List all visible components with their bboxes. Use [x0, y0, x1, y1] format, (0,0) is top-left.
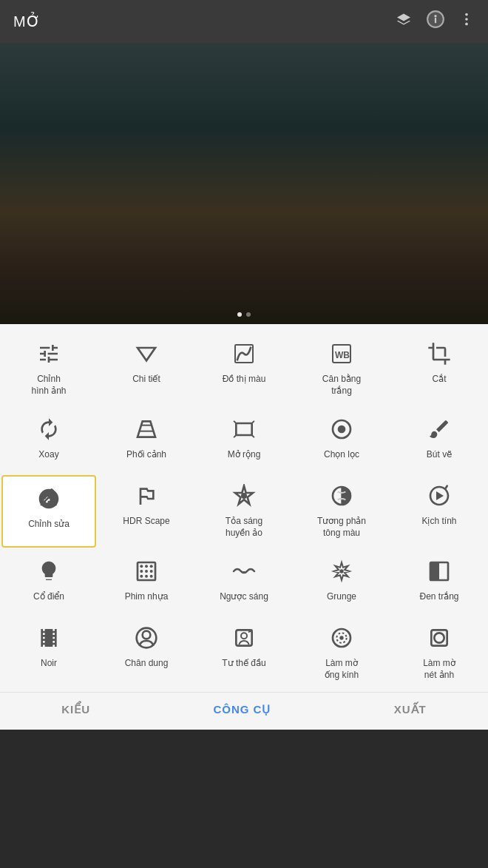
tool-label-noir: Noir: [41, 658, 57, 670]
tool-phim-nhua[interactable]: Phim nhựa: [98, 549, 195, 616]
tool-label-toa-sang-huyen-ao: Tỏa sánghuyền ảo: [226, 516, 262, 539]
heal-icon: [37, 487, 61, 514]
tool-xoay[interactable]: Xoay: [0, 407, 98, 474]
svg-point-3: [465, 13, 468, 16]
svg-point-24: [145, 570, 148, 573]
tool-toa-sang-huyen-ao[interactable]: Tỏa sánghuyền ảo: [195, 474, 293, 549]
dot-2: [246, 312, 251, 317]
tool-lam-mo-net-anh[interactable]: Làm mờnét ảnh: [390, 616, 488, 691]
svg-point-21: [145, 565, 148, 568]
info-icon[interactable]: [426, 10, 445, 33]
tool-label-phoi-canh: Phối cảnh: [126, 449, 166, 461]
svg-marker-9: [138, 422, 155, 437]
grain-icon: [135, 559, 158, 587]
tool-mo-rong[interactable]: Mở rộng: [195, 407, 293, 474]
tool-label-phim-nhua: Phim nhựa: [125, 591, 169, 603]
tool-den-trang[interactable]: Đen trắng: [390, 549, 488, 616]
svg-point-28: [150, 575, 153, 578]
svg-point-41: [434, 633, 444, 643]
tool-label-mo-rong: Mở rộng: [228, 449, 261, 461]
tool-chinh-hinh-anh[interactable]: Chỉnhhình ảnh: [0, 332, 98, 407]
tool-chi-tiet[interactable]: Chi tiết: [98, 332, 195, 407]
tool-label-chon-loc: Chọn lọc: [324, 449, 359, 461]
crop-icon: [427, 342, 451, 369]
tool-label-nguoc-sang: Ngược sáng: [220, 591, 268, 603]
tool-do-thi-mau[interactable]: Đồ thị màu: [195, 332, 293, 407]
tool-kich-tinh[interactable]: Kịch tính: [390, 474, 488, 549]
expand-icon: [232, 417, 256, 445]
svg-point-16: [241, 493, 247, 499]
grunge-icon: [330, 559, 353, 587]
tool-can-bang-trang[interactable]: WB Cân bằngtrắng: [293, 332, 390, 407]
tool-lam-mo-ong-kinh[interactable]: Làm mờống kính: [293, 616, 390, 691]
mustache-icon: [231, 559, 257, 587]
nav-cong-cu[interactable]: CÔNG CỤ: [213, 703, 271, 716]
photo-preview: [0, 43, 488, 324]
wb-icon: WB: [330, 342, 353, 369]
tool-label-but-ve: Bút vẽ: [427, 449, 452, 461]
film-icon: [37, 626, 61, 653]
nav-xuat[interactable]: XUẤT: [394, 703, 427, 716]
more-icon[interactable]: [458, 11, 475, 32]
tool-label-chinh-hinh-anh: Chỉnhhình ảnh: [31, 374, 66, 397]
tool-label-den-trang: Đen trắng: [419, 591, 458, 603]
tool-but-ve[interactable]: Bút vẽ: [390, 407, 488, 474]
svg-point-39: [339, 636, 343, 640]
tool-label-chinh-sua: Chỉnh sửa: [28, 519, 70, 531]
layers-icon[interactable]: [395, 10, 413, 33]
svg-point-29: [339, 570, 343, 573]
svg-rect-31: [430, 562, 439, 580]
header-actions: [395, 10, 475, 33]
tool-label-tu-the-dau: Tư thế đầu: [222, 658, 265, 670]
dot-1: [237, 312, 242, 317]
svg-text:WB: WB: [335, 350, 350, 360]
tools-grid: Chỉnhhình ảnh Chi tiết Đồ thị màu: [0, 332, 488, 692]
headpose-icon: [232, 626, 256, 653]
svg-point-5: [465, 23, 468, 26]
svg-point-23: [140, 570, 143, 573]
tool-label-lam-mo-net-anh: Làm mờnét ảnh: [423, 658, 455, 681]
tool-chan-dung[interactable]: Chân dung: [98, 616, 195, 691]
tool-phoi-canh[interactable]: Phối cảnh: [98, 407, 195, 474]
tonal-icon: [330, 484, 353, 511]
tool-grunge[interactable]: Grunge: [293, 549, 390, 616]
tool-label-chan-dung: Chân dung: [125, 658, 169, 670]
drama-icon: [427, 484, 451, 511]
svg-point-26: [140, 575, 143, 578]
rotate-icon: [37, 417, 61, 445]
bottom-navigation: KIỂU CÔNG CỤ XUẤT: [0, 692, 488, 730]
tools-panel: Chỉnhhình ảnh Chi tiết Đồ thị màu: [0, 324, 488, 730]
svg-point-22: [150, 565, 153, 568]
tool-label-do-thi-mau: Đồ thị màu: [223, 374, 266, 386]
tool-label-lam-mo-ong-kinh: Làm mờống kính: [325, 658, 359, 681]
tool-chinh-sua[interactable]: Chỉnh sửa: [1, 475, 96, 548]
tool-cat[interactable]: Cắt: [390, 332, 488, 407]
tool-nguoc-sang[interactable]: Ngược sáng: [195, 549, 293, 616]
bw-icon: [427, 559, 451, 587]
svg-point-20: [140, 565, 143, 568]
svg-rect-12: [236, 423, 251, 435]
svg-point-25: [150, 570, 153, 573]
perspective-icon: [135, 417, 158, 445]
lamp-icon: [37, 559, 61, 587]
tool-label-co-dien: Cổ điển: [33, 591, 64, 603]
tool-label-cat: Cắt: [433, 374, 447, 386]
tool-tuong-phan-tong-mau[interactable]: Tương phảntông màu: [293, 474, 390, 549]
curve-icon: [232, 342, 256, 369]
svg-point-14: [338, 425, 346, 434]
tool-hdr-scape[interactable]: HDR Scape: [98, 474, 195, 549]
photo-dots: [237, 312, 251, 317]
tool-chon-loc[interactable]: Chọn lọc: [293, 407, 390, 474]
selective-icon: [330, 417, 353, 445]
tool-tu-the-dau[interactable]: Tư thế đầu: [195, 616, 293, 691]
tool-co-dien[interactable]: Cổ điển: [0, 549, 98, 616]
svg-point-4: [465, 18, 468, 21]
app-header: MỞ: [0, 0, 488, 43]
svg-point-27: [145, 575, 148, 578]
svg-point-33: [143, 631, 151, 639]
svg-point-32: [46, 635, 52, 641]
tool-noir[interactable]: Noir: [0, 616, 98, 691]
brush-icon: [427, 417, 451, 445]
nav-kieu[interactable]: KIỂU: [61, 703, 90, 716]
triangle-icon: [135, 342, 158, 369]
